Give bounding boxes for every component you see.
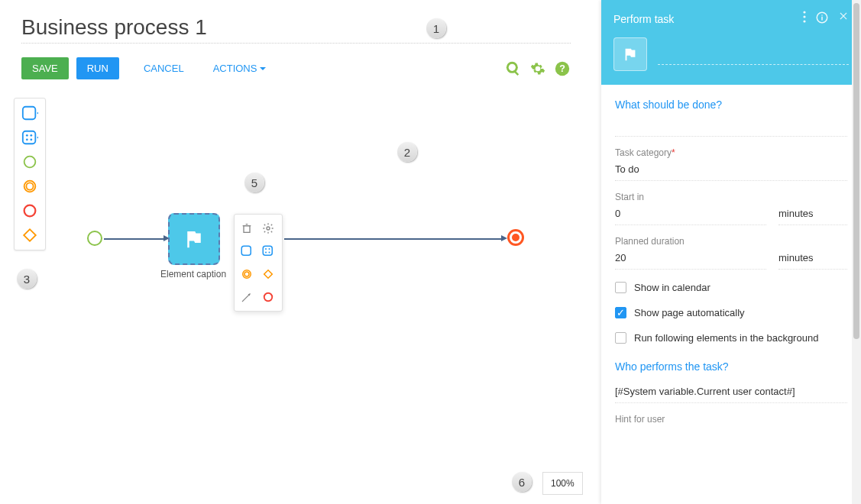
svg-point-8 [26,134,28,137]
end-event-node[interactable] [507,229,524,246]
svg-marker-12 [37,135,38,140]
section-what-should-be-done[interactable]: What should be done? [615,99,847,111]
panel-title: Perform task [613,13,794,25]
properties-panel: Perform task What should be done? Task c… [601,0,861,504]
sequence-flow[interactable] [104,238,167,240]
what-done-input[interactable] [615,121,847,137]
svg-rect-2 [514,70,519,75]
start-event-tool-icon[interactable] [21,153,38,170]
duration-unit-field[interactable]: minutes [778,250,847,266]
show-in-calendar-checkbox[interactable]: Show in calendar [615,280,847,295]
svg-point-16 [24,205,36,217]
task-category-field[interactable]: To do [615,161,847,177]
svg-point-22 [265,248,267,250]
callout-2: 2 [397,142,417,162]
save-button[interactable]: SAVE [21,57,69,79]
duration-field[interactable]: 20 [615,250,766,266]
end-event-tool-icon[interactable] [21,202,38,219]
svg-rect-28 [264,270,273,279]
svg-rect-17 [24,229,36,241]
scrollbar[interactable] [852,0,861,504]
svg-point-9 [30,134,32,137]
svg-rect-18 [244,226,250,233]
gateway-icon[interactable] [261,267,276,282]
start-in-label: Start in [615,192,766,202]
callout-6: 6 [512,472,532,492]
start-event-node[interactable] [87,231,102,246]
svg-point-25 [269,252,270,254]
more-icon[interactable] [803,11,806,27]
svg-point-15 [26,183,33,189]
task-node[interactable] [168,213,220,265]
element-toolbox [14,98,46,250]
callout-3: 3 [17,269,37,289]
subprocess-icon[interactable] [261,244,276,259]
end-event-icon[interactable] [261,289,276,305]
task-type-icon[interactable] [613,37,647,71]
svg-rect-7 [23,131,36,144]
svg-point-30 [264,293,273,302]
zoom-indicator[interactable]: 100% [542,472,583,495]
process-canvas[interactable]: Element caption [53,92,592,504]
svg-point-10 [26,138,28,141]
delete-icon[interactable] [239,221,254,236]
intermediate-event-icon[interactable] [239,267,254,282]
task-category-label: Task category* [615,147,847,158]
svg-point-13 [24,157,36,168]
gateway-tool-icon[interactable] [21,227,38,244]
svg-rect-21 [263,246,272,255]
caret-down-icon [260,67,266,73]
svg-rect-5 [23,107,36,120]
user-task-tool-icon[interactable] [21,105,38,121]
info-icon[interactable] [815,11,829,27]
close-icon[interactable] [838,11,849,27]
svg-point-24 [265,252,267,254]
hint-for-user-label: Hint for user [615,414,847,425]
gear-icon[interactable] [529,60,546,77]
help-icon[interactable]: ? [554,60,571,77]
svg-point-23 [269,248,270,250]
svg-point-19 [267,227,270,230]
svg-point-33 [803,20,805,22]
sequence-flow[interactable] [284,238,504,240]
svg-point-11 [30,138,32,141]
callout-5: 5 [244,173,264,192]
scrollbar-thumb[interactable] [853,3,859,339]
actions-button[interactable]: ACTIONS [202,57,277,79]
svg-point-27 [244,272,249,276]
element-context-menu [234,214,283,312]
run-background-checkbox[interactable]: Run following elements in the background [615,331,847,345]
settings-icon[interactable] [261,221,276,236]
connector-icon[interactable] [239,289,254,305]
svg-point-1 [509,63,516,70]
toolbar: SAVE RUN CANCEL ACTIONS ? [0,44,592,86]
user-task-icon[interactable] [239,244,254,259]
svg-point-32 [803,15,805,18]
callout-1: 1 [426,18,446,38]
show-page-automatically-checkbox[interactable]: ✓Show page automatically [615,305,847,320]
duration-label: Planned duration [615,236,766,247]
intermediate-event-tool-icon[interactable] [21,178,38,195]
performer-field[interactable]: [#System variable.Current user contact#] [615,383,847,399]
task-name-input[interactable] [658,44,849,65]
start-in-unit-field[interactable]: minutes [778,205,847,221]
run-button[interactable]: RUN [76,57,119,79]
svg-point-31 [803,11,805,13]
section-who-performs[interactable]: Who performs the task? [615,360,847,373]
arrow-right-icon [501,235,507,241]
flag-icon [183,228,206,250]
subprocess-tool-icon[interactable] [21,129,38,146]
svg-text:?: ? [559,63,565,74]
start-in-field[interactable]: 0 [615,205,766,221]
cancel-button[interactable]: CANCEL [133,57,195,79]
svg-marker-6 [37,111,38,115]
svg-rect-20 [241,246,251,255]
page-title[interactable]: Business process 1 [21,15,571,44]
search-icon[interactable] [505,60,522,77]
